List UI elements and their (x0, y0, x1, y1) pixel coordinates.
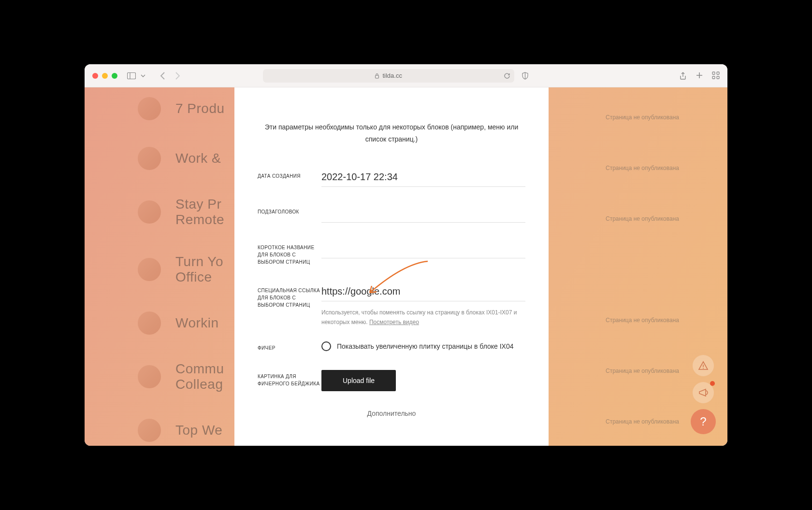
list-item: Commu Colleag (138, 361, 225, 392)
forward-button[interactable] (175, 71, 180, 80)
status-badge: Страница не опубликована (606, 165, 679, 171)
status-badge: Страница не опубликована (606, 418, 679, 425)
shortname-input[interactable] (321, 241, 525, 258)
field-subtitle: ПОДЗАГОЛОВОК (258, 205, 525, 223)
settings-modal: Эти параметры необходимы только для неко… (234, 87, 549, 446)
notification-dot-icon (710, 381, 715, 386)
sidebar-toggle-icon[interactable] (127, 71, 136, 80)
back-button[interactable] (160, 71, 165, 80)
megaphone-icon (698, 388, 709, 397)
list-item: Top We (138, 419, 225, 442)
svg-rect-0 (128, 72, 136, 79)
traffic-lights (92, 73, 117, 79)
status-badge: Страница не опубликована (606, 317, 679, 324)
help-fab[interactable]: ? (691, 409, 716, 434)
field-hint: Используется, чтобы поменять ссылку на с… (321, 308, 525, 326)
privacy-shield-icon[interactable] (522, 72, 529, 80)
minimize-window-button[interactable] (102, 73, 108, 79)
field-label: КАРТИНКА ДЛЯ ФИЧЕРНОГО БЕЙДЖИКА (258, 370, 321, 387)
thumb-icon (138, 419, 161, 442)
thumb-icon (138, 200, 161, 224)
modal-description: Эти параметры необходимы только для неко… (258, 121, 525, 145)
svg-rect-6 (717, 76, 719, 79)
upload-file-button[interactable]: Upload file (321, 370, 396, 391)
toolbar-right (679, 71, 720, 80)
field-label: ПОДЗАГОЛОВОК (258, 205, 321, 215)
field-label: СПЕЦИАЛЬНАЯ ССЫЛКА ДЛЯ БЛОКОВ С ВЫБОРОМ … (258, 284, 321, 309)
close-window-button[interactable] (92, 73, 98, 79)
field-label: ДАТА СОЗДАНИЯ (258, 170, 321, 180)
field-badge-image: КАРТИНКА ДЛЯ ФИЧЕРНОГО БЕЙДЖИКА Upload f… (258, 370, 525, 391)
watch-video-link[interactable]: Посмотреть видео (369, 319, 419, 326)
thumb-icon (138, 97, 161, 120)
tabs-overview-icon[interactable] (712, 71, 720, 80)
list-item: Stay Pr Remote (138, 197, 225, 227)
radio-label: Показывать увеличенную плитку страницы в… (337, 342, 514, 350)
list-item: 7 Produ (138, 97, 225, 120)
thumb-icon (138, 147, 161, 170)
feature-radio-option[interactable]: Показывать увеличенную плитку страницы в… (321, 341, 525, 351)
list-item: Work & (138, 147, 225, 170)
chevron-down-icon[interactable] (139, 71, 147, 80)
field-label: ФИЧЕР (258, 341, 321, 352)
warning-fab[interactable] (693, 355, 714, 376)
svg-rect-4 (717, 72, 719, 74)
subtitle-input[interactable] (321, 205, 525, 223)
new-tab-icon[interactable] (696, 71, 703, 80)
list-item: Workin (138, 312, 225, 335)
radio-icon (321, 341, 331, 351)
list-item: Turn Yo Office (138, 254, 225, 285)
created-date-input[interactable] (321, 170, 525, 187)
warning-icon (698, 361, 709, 370)
field-label: КОРОТКОЕ НАЗВАНИЕ ДЛЯ БЛОКОВ С ВЫБОРОМ С… (258, 241, 321, 266)
announce-fab[interactable] (693, 382, 714, 403)
maximize-window-button[interactable] (112, 73, 117, 79)
svg-point-8 (703, 368, 704, 369)
special-link-input[interactable] (321, 284, 525, 301)
status-badge: Страница не опубликована (606, 114, 679, 121)
page-content: 7 Produ Work & Stay Pr Remote Turn Yo Of… (85, 87, 727, 446)
toolbar-left (127, 71, 180, 80)
share-icon[interactable] (679, 71, 687, 80)
svg-rect-3 (712, 72, 715, 74)
lock-icon (375, 73, 379, 79)
status-badge: Страница не опубликована (606, 368, 679, 374)
svg-rect-2 (376, 75, 379, 78)
thumb-icon (138, 258, 161, 281)
thumb-icon (138, 312, 161, 335)
fab-stack: ? (691, 355, 716, 434)
more-section-label: Дополнительно (258, 410, 525, 417)
url-host: tilda.cc (382, 72, 402, 79)
browser-window: tilda.cc 7 Produ Work & Stay Pr Remote (85, 64, 727, 446)
field-created-date: ДАТА СОЗДАНИЯ (258, 170, 525, 187)
field-feature: ФИЧЕР Показывать увеличенную плитку стра… (258, 341, 525, 352)
svg-rect-5 (712, 76, 715, 79)
field-special-link: СПЕЦИАЛЬНАЯ ССЫЛКА ДЛЯ БЛОКОВ С ВЫБОРОМ … (258, 284, 525, 326)
status-badge: Страница не опубликована (606, 215, 679, 222)
refresh-icon[interactable] (504, 72, 510, 79)
thumb-icon (138, 365, 161, 388)
url-bar[interactable]: tilda.cc (263, 69, 514, 83)
title-bar: tilda.cc (85, 64, 727, 87)
field-shortname: КОРОТКОЕ НАЗВАНИЕ ДЛЯ БЛОКОВ С ВЫБОРОМ С… (258, 241, 525, 266)
help-icon: ? (700, 415, 706, 428)
background-page-list: 7 Produ Work & Stay Pr Remote Turn Yo Of… (138, 97, 225, 446)
